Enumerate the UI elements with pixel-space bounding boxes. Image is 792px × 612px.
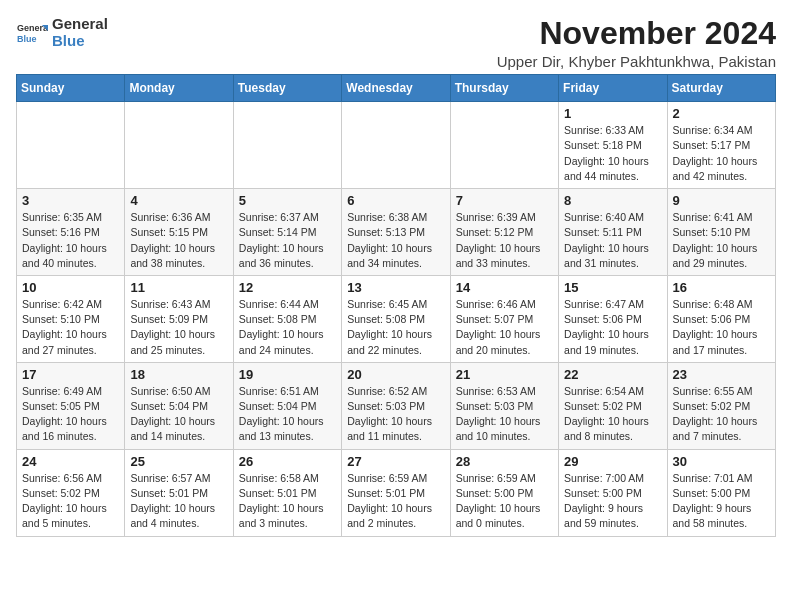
day-info: Sunrise: 6:50 AM Sunset: 5:04 PM Dayligh… <box>130 384 227 445</box>
day-number: 4 <box>130 193 227 208</box>
calendar-cell <box>125 102 233 189</box>
weekday-header: Friday <box>559 75 667 102</box>
day-number: 12 <box>239 280 336 295</box>
day-info: Sunrise: 6:45 AM Sunset: 5:08 PM Dayligh… <box>347 297 444 358</box>
calendar-row: 10Sunrise: 6:42 AM Sunset: 5:10 PM Dayli… <box>17 275 776 362</box>
calendar-table: SundayMondayTuesdayWednesdayThursdayFrid… <box>16 74 776 536</box>
day-info: Sunrise: 6:49 AM Sunset: 5:05 PM Dayligh… <box>22 384 119 445</box>
day-info: Sunrise: 6:59 AM Sunset: 5:01 PM Dayligh… <box>347 471 444 532</box>
day-info: Sunrise: 6:56 AM Sunset: 5:02 PM Dayligh… <box>22 471 119 532</box>
calendar-cell: 4Sunrise: 6:36 AM Sunset: 5:15 PM Daylig… <box>125 189 233 276</box>
day-info: Sunrise: 6:35 AM Sunset: 5:16 PM Dayligh… <box>22 210 119 271</box>
day-number: 26 <box>239 454 336 469</box>
calendar-cell: 29Sunrise: 7:00 AM Sunset: 5:00 PM Dayli… <box>559 449 667 536</box>
calendar-cell: 25Sunrise: 6:57 AM Sunset: 5:01 PM Dayli… <box>125 449 233 536</box>
day-info: Sunrise: 6:47 AM Sunset: 5:06 PM Dayligh… <box>564 297 661 358</box>
day-number: 16 <box>673 280 770 295</box>
day-info: Sunrise: 6:46 AM Sunset: 5:07 PM Dayligh… <box>456 297 553 358</box>
calendar-row: 24Sunrise: 6:56 AM Sunset: 5:02 PM Dayli… <box>17 449 776 536</box>
day-number: 5 <box>239 193 336 208</box>
calendar-cell: 14Sunrise: 6:46 AM Sunset: 5:07 PM Dayli… <box>450 275 558 362</box>
calendar-cell: 10Sunrise: 6:42 AM Sunset: 5:10 PM Dayli… <box>17 275 125 362</box>
calendar-cell: 6Sunrise: 6:38 AM Sunset: 5:13 PM Daylig… <box>342 189 450 276</box>
day-info: Sunrise: 6:44 AM Sunset: 5:08 PM Dayligh… <box>239 297 336 358</box>
day-info: Sunrise: 6:38 AM Sunset: 5:13 PM Dayligh… <box>347 210 444 271</box>
day-info: Sunrise: 6:54 AM Sunset: 5:02 PM Dayligh… <box>564 384 661 445</box>
day-info: Sunrise: 6:59 AM Sunset: 5:00 PM Dayligh… <box>456 471 553 532</box>
svg-text:General: General <box>17 23 48 33</box>
day-number: 21 <box>456 367 553 382</box>
day-info: Sunrise: 6:40 AM Sunset: 5:11 PM Dayligh… <box>564 210 661 271</box>
calendar-cell: 13Sunrise: 6:45 AM Sunset: 5:08 PM Dayli… <box>342 275 450 362</box>
day-info: Sunrise: 6:42 AM Sunset: 5:10 PM Dayligh… <box>22 297 119 358</box>
svg-rect-0 <box>16 17 48 49</box>
logo-icon: General Blue <box>16 17 48 49</box>
logo: General Blue General Blue <box>16 16 108 49</box>
calendar-cell <box>233 102 341 189</box>
calendar-cell: 15Sunrise: 6:47 AM Sunset: 5:06 PM Dayli… <box>559 275 667 362</box>
calendar-cell: 5Sunrise: 6:37 AM Sunset: 5:14 PM Daylig… <box>233 189 341 276</box>
weekday-header: Monday <box>125 75 233 102</box>
day-info: Sunrise: 6:33 AM Sunset: 5:18 PM Dayligh… <box>564 123 661 184</box>
calendar-cell: 3Sunrise: 6:35 AM Sunset: 5:16 PM Daylig… <box>17 189 125 276</box>
day-number: 28 <box>456 454 553 469</box>
day-info: Sunrise: 6:43 AM Sunset: 5:09 PM Dayligh… <box>130 297 227 358</box>
day-info: Sunrise: 6:34 AM Sunset: 5:17 PM Dayligh… <box>673 123 770 184</box>
calendar-cell <box>17 102 125 189</box>
calendar-cell: 28Sunrise: 6:59 AM Sunset: 5:00 PM Dayli… <box>450 449 558 536</box>
day-info: Sunrise: 6:39 AM Sunset: 5:12 PM Dayligh… <box>456 210 553 271</box>
calendar-cell: 18Sunrise: 6:50 AM Sunset: 5:04 PM Dayli… <box>125 362 233 449</box>
calendar-cell: 19Sunrise: 6:51 AM Sunset: 5:04 PM Dayli… <box>233 362 341 449</box>
calendar-cell <box>342 102 450 189</box>
calendar-cell: 22Sunrise: 6:54 AM Sunset: 5:02 PM Dayli… <box>559 362 667 449</box>
calendar-row: 1Sunrise: 6:33 AM Sunset: 5:18 PM Daylig… <box>17 102 776 189</box>
day-number: 20 <box>347 367 444 382</box>
location-title: Upper Dir, Khyber Pakhtunkhwa, Pakistan <box>497 53 776 70</box>
calendar-cell: 2Sunrise: 6:34 AM Sunset: 5:17 PM Daylig… <box>667 102 775 189</box>
day-info: Sunrise: 6:55 AM Sunset: 5:02 PM Dayligh… <box>673 384 770 445</box>
svg-text:Blue: Blue <box>17 34 37 44</box>
day-number: 8 <box>564 193 661 208</box>
calendar-cell: 9Sunrise: 6:41 AM Sunset: 5:10 PM Daylig… <box>667 189 775 276</box>
day-info: Sunrise: 6:52 AM Sunset: 5:03 PM Dayligh… <box>347 384 444 445</box>
calendar-row: 3Sunrise: 6:35 AM Sunset: 5:16 PM Daylig… <box>17 189 776 276</box>
calendar-cell: 7Sunrise: 6:39 AM Sunset: 5:12 PM Daylig… <box>450 189 558 276</box>
day-number: 3 <box>22 193 119 208</box>
calendar-cell: 20Sunrise: 6:52 AM Sunset: 5:03 PM Dayli… <box>342 362 450 449</box>
calendar-cell <box>450 102 558 189</box>
weekday-header: Thursday <box>450 75 558 102</box>
day-number: 24 <box>22 454 119 469</box>
calendar-cell: 16Sunrise: 6:48 AM Sunset: 5:06 PM Dayli… <box>667 275 775 362</box>
day-number: 1 <box>564 106 661 121</box>
day-info: Sunrise: 6:48 AM Sunset: 5:06 PM Dayligh… <box>673 297 770 358</box>
day-number: 22 <box>564 367 661 382</box>
day-info: Sunrise: 6:53 AM Sunset: 5:03 PM Dayligh… <box>456 384 553 445</box>
day-info: Sunrise: 6:41 AM Sunset: 5:10 PM Dayligh… <box>673 210 770 271</box>
day-number: 15 <box>564 280 661 295</box>
logo-name-line2: Blue <box>52 33 108 50</box>
day-info: Sunrise: 6:57 AM Sunset: 5:01 PM Dayligh… <box>130 471 227 532</box>
day-number: 2 <box>673 106 770 121</box>
calendar-cell: 17Sunrise: 6:49 AM Sunset: 5:05 PM Dayli… <box>17 362 125 449</box>
weekday-header: Sunday <box>17 75 125 102</box>
calendar-cell: 30Sunrise: 7:01 AM Sunset: 5:00 PM Dayli… <box>667 449 775 536</box>
calendar-cell: 27Sunrise: 6:59 AM Sunset: 5:01 PM Dayli… <box>342 449 450 536</box>
day-info: Sunrise: 7:00 AM Sunset: 5:00 PM Dayligh… <box>564 471 661 532</box>
day-number: 30 <box>673 454 770 469</box>
day-number: 14 <box>456 280 553 295</box>
day-info: Sunrise: 6:58 AM Sunset: 5:01 PM Dayligh… <box>239 471 336 532</box>
day-number: 19 <box>239 367 336 382</box>
calendar-cell: 1Sunrise: 6:33 AM Sunset: 5:18 PM Daylig… <box>559 102 667 189</box>
weekday-header: Wednesday <box>342 75 450 102</box>
day-info: Sunrise: 6:51 AM Sunset: 5:04 PM Dayligh… <box>239 384 336 445</box>
day-number: 29 <box>564 454 661 469</box>
day-number: 25 <box>130 454 227 469</box>
calendar-header-row: SundayMondayTuesdayWednesdayThursdayFrid… <box>17 75 776 102</box>
header-area: General Blue General Blue November 2024 … <box>16 16 776 70</box>
calendar-cell: 8Sunrise: 6:40 AM Sunset: 5:11 PM Daylig… <box>559 189 667 276</box>
month-title: November 2024 <box>497 16 776 51</box>
day-number: 18 <box>130 367 227 382</box>
weekday-header: Saturday <box>667 75 775 102</box>
calendar-cell: 11Sunrise: 6:43 AM Sunset: 5:09 PM Dayli… <box>125 275 233 362</box>
day-number: 11 <box>130 280 227 295</box>
